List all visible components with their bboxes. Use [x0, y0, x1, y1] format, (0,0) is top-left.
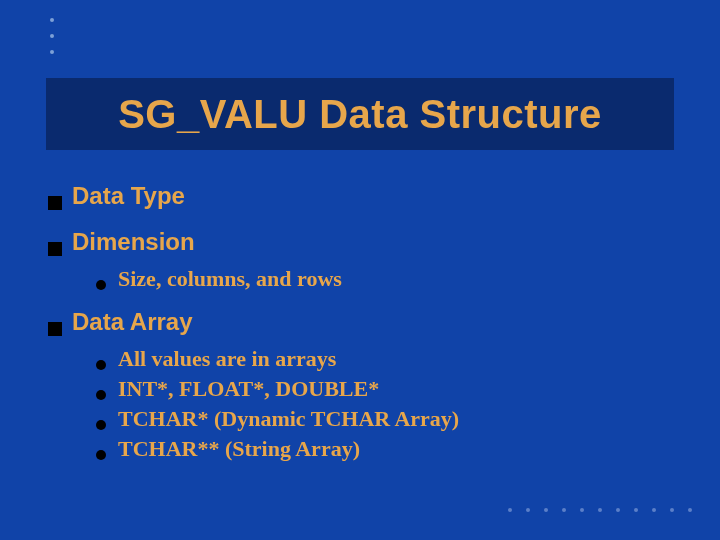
- round-bullet-icon: [96, 420, 106, 430]
- sublist-item-label: All values are in arrays: [118, 346, 336, 372]
- dot-icon: [616, 508, 620, 512]
- dot-icon: [688, 508, 692, 512]
- slide-content: Data Type Dimension Size, columns, and r…: [48, 182, 680, 478]
- sublist: Size, columns, and rows: [96, 266, 680, 292]
- title-box: SG_VALU Data Structure: [46, 78, 674, 150]
- square-bullet-icon: [48, 196, 62, 210]
- square-bullet-icon: [48, 242, 62, 256]
- round-bullet-icon: [96, 280, 106, 290]
- sublist-item-label: INT*, FLOAT*, DOUBLE*: [118, 376, 379, 402]
- sublist-item: TCHAR* (Dynamic TCHAR Array): [96, 406, 680, 432]
- sublist-item: INT*, FLOAT*, DOUBLE*: [96, 376, 680, 402]
- dot-icon: [634, 508, 638, 512]
- list-item-label: Data Type: [72, 182, 185, 210]
- list-item: Data Type: [48, 182, 680, 210]
- dot-icon: [50, 18, 54, 22]
- decorative-dots-top-left: [50, 18, 54, 54]
- sublist-item-label: TCHAR** (String Array): [118, 436, 360, 462]
- dot-icon: [598, 508, 602, 512]
- dot-icon: [50, 34, 54, 38]
- list-item-label: Data Array: [72, 308, 193, 336]
- round-bullet-icon: [96, 360, 106, 370]
- square-bullet-icon: [48, 322, 62, 336]
- round-bullet-icon: [96, 390, 106, 400]
- sublist-item: TCHAR** (String Array): [96, 436, 680, 462]
- list-item: Data Array: [48, 308, 680, 336]
- decorative-dots-bottom-right: [508, 508, 692, 512]
- dot-icon: [50, 50, 54, 54]
- dot-icon: [562, 508, 566, 512]
- dot-icon: [652, 508, 656, 512]
- dot-icon: [544, 508, 548, 512]
- list-item: Dimension: [48, 228, 680, 256]
- slide-title: SG_VALU Data Structure: [118, 92, 602, 137]
- sublist: All values are in arrays INT*, FLOAT*, D…: [96, 346, 680, 462]
- list-item-label: Dimension: [72, 228, 195, 256]
- dot-icon: [508, 508, 512, 512]
- sublist-item-label: Size, columns, and rows: [118, 266, 342, 292]
- dot-icon: [670, 508, 674, 512]
- dot-icon: [526, 508, 530, 512]
- sublist-item: Size, columns, and rows: [96, 266, 680, 292]
- round-bullet-icon: [96, 450, 106, 460]
- dot-icon: [580, 508, 584, 512]
- sublist-item: All values are in arrays: [96, 346, 680, 372]
- sublist-item-label: TCHAR* (Dynamic TCHAR Array): [118, 406, 459, 432]
